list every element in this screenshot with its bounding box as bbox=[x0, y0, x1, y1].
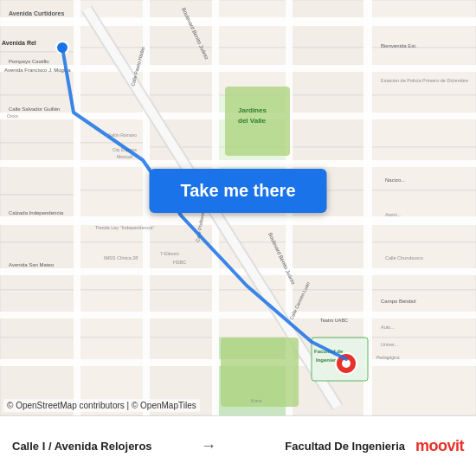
svg-text:Oxxo: Oxxo bbox=[7, 113, 18, 119]
svg-rect-14 bbox=[78, 242, 147, 290]
svg-text:Auto...: Auto... bbox=[381, 325, 395, 330]
svg-text:Pompeyo Castillo: Pompeyo Castillo bbox=[9, 59, 49, 64]
svg-text:Avenida San Mateo: Avenida San Mateo bbox=[9, 262, 55, 267]
svg-text:7-Eleven: 7-Eleven bbox=[160, 251, 179, 256]
svg-text:Kora: Kora bbox=[251, 398, 262, 403]
take-me-there-button[interactable]: Take me there bbox=[149, 169, 326, 213]
svg-text:Pedagógica: Pedagógica bbox=[376, 355, 400, 360]
route-arrow-icon: → bbox=[201, 437, 216, 455]
moovit-logo: moovit bbox=[415, 437, 464, 455]
svg-text:Estacion de Policia Primero de: Estacion de Policia Primero de Diciembre bbox=[381, 78, 468, 83]
svg-rect-53 bbox=[0, 216, 476, 225]
svg-text:Campo Beisbol: Campo Beisbol bbox=[381, 299, 416, 304]
bottom-bar: Calle I / Avenida Relojeros → Facultad D… bbox=[0, 415, 476, 476]
svg-text:Avenida Francisco J. Múgica: Avenida Francisco J. Múgica bbox=[4, 68, 71, 73]
svg-rect-52 bbox=[0, 160, 476, 167]
svg-text:Avenida Curtidores: Avenida Curtidores bbox=[9, 10, 64, 16]
svg-rect-35 bbox=[290, 95, 368, 147]
svg-text:Calle Churubusco: Calle Churubusco bbox=[385, 255, 423, 261]
svg-text:Mexicali: Mexicali bbox=[117, 154, 132, 159]
svg-text:IMSS Clínica 28: IMSS Clínica 28 bbox=[104, 255, 138, 261]
svg-rect-55 bbox=[0, 312, 476, 318]
route-to-label: Facultad De Ingenieria bbox=[225, 440, 405, 453]
svg-rect-46 bbox=[368, 242, 476, 290]
svg-rect-22 bbox=[147, 242, 216, 290]
svg-text:HSBC: HSBC bbox=[173, 260, 186, 265]
svg-text:del Valle: del Valle bbox=[238, 117, 267, 125]
map-container: Jardines del Valle Avenida Curtidores Po… bbox=[0, 0, 476, 415]
svg-text:Jardines: Jardines bbox=[238, 106, 267, 114]
route-from-label: Calle I / Avenida Relojeros bbox=[12, 440, 192, 453]
map-attribution: © OpenStreetMap contributors | © OpenMap… bbox=[3, 399, 200, 412]
svg-text:Calzada Independencia: Calzada Independencia bbox=[9, 210, 64, 215]
svg-rect-38 bbox=[290, 242, 368, 290]
svg-text:Nacizo...: Nacizo... bbox=[385, 177, 406, 183]
svg-rect-67 bbox=[221, 338, 299, 407]
svg-text:Teatro UABC: Teatro UABC bbox=[320, 318, 348, 323]
svg-text:Bienvenida Est.: Bienvenida Est. bbox=[381, 43, 417, 48]
svg-text:Salón Romano: Salón Romano bbox=[108, 132, 137, 138]
svg-rect-48 bbox=[368, 338, 476, 415]
svg-text:Tienda Ley "Independencia": Tienda Ley "Independencia" bbox=[95, 225, 155, 230]
svg-text:Avenida Rel: Avenida Rel bbox=[2, 40, 36, 46]
svg-rect-43 bbox=[368, 95, 476, 147]
svg-rect-50 bbox=[0, 65, 476, 72]
svg-rect-4 bbox=[0, 143, 78, 195]
svg-rect-49 bbox=[0, 17, 476, 26]
svg-text:Univer...: Univer... bbox=[381, 342, 399, 347]
svg-text:Calle Salvador Guillén: Calle Salvador Guillén bbox=[9, 106, 60, 112]
moovit-brand-text: moovit bbox=[415, 437, 464, 455]
svg-rect-57 bbox=[74, 0, 80, 415]
svg-rect-44 bbox=[368, 147, 476, 190]
svg-text:Aveni...: Aveni... bbox=[385, 212, 402, 217]
